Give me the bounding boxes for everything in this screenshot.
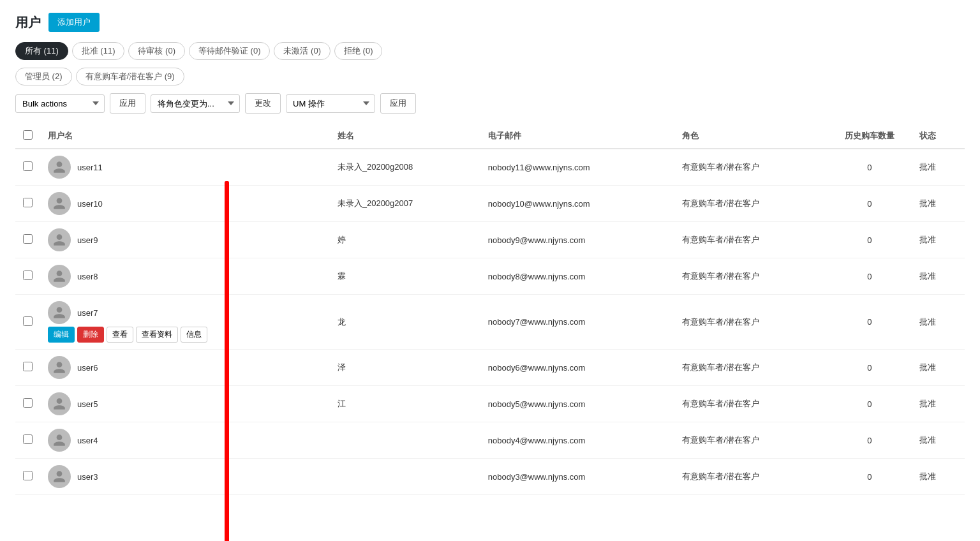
add-user-button[interactable]: 添加用户 — [48, 13, 100, 32]
username-label: user5 — [77, 399, 98, 409]
table-row: user6 泽nobody6@www.njyns.com有意购车者/潜在客户0批… — [15, 350, 965, 386]
filter-tab-rejected[interactable]: 拒绝 (0) — [334, 42, 383, 60]
row-checkbox[interactable] — [23, 270, 33, 280]
name-cell: 未录入_20200g2007 — [330, 186, 480, 222]
username-label: user10 — [77, 199, 103, 209]
username-label: user8 — [77, 272, 98, 281]
email-cell: nobody11@www.njyns.com — [480, 149, 675, 186]
users-table: 用户名 姓名 电子邮件 角色 历史购车数量 状态 user11 未录入_ — [15, 124, 965, 495]
status-cell: 批准 — [912, 422, 965, 459]
apply-button-2[interactable]: 应用 — [380, 93, 416, 114]
col-status: 状态 — [912, 124, 965, 149]
email-cell: nobody4@www.njyns.com — [480, 422, 675, 459]
delete-button[interactable]: 删除 — [77, 327, 104, 343]
page-header: 用户 添加用户 — [15, 13, 965, 32]
name-cell: 江 — [330, 386, 480, 422]
change-role-select[interactable]: 将角色变更为... — [151, 94, 240, 113]
role-cell: 有意购车者/潜在客户 — [674, 350, 827, 386]
name-cell — [330, 422, 480, 459]
count-cell: 0 — [828, 422, 912, 459]
um-operations-select[interactable]: UM 操作 — [286, 94, 375, 113]
table-row: user5 江nobody5@www.njyns.com有意购车者/潜在客户0批… — [15, 386, 965, 422]
name-cell — [330, 459, 480, 495]
email-cell: nobody8@www.njyns.com — [480, 258, 675, 295]
status-cell: 批准 — [912, 386, 965, 422]
status-cell: 批准 — [912, 149, 965, 186]
count-cell: 0 — [828, 386, 912, 422]
col-role: 角色 — [674, 124, 827, 149]
username-label: user9 — [77, 235, 98, 245]
role-cell: 有意购车者/潜在客户 — [674, 258, 827, 295]
view-button[interactable]: 查看 — [107, 327, 133, 343]
role-cell: 有意购车者/潜在客户 — [674, 422, 827, 459]
table-row: user8 霖nobody8@www.njyns.com有意购车者/潜在客户0批… — [15, 258, 965, 295]
count-cell: 0 — [828, 149, 912, 186]
filter-tab-potential[interactable]: 有意购车者/潜在客户 (9) — [76, 68, 184, 85]
table-row: user7 编辑 删除 查看 查看资料 信息 龙nobody7@www.njyn… — [15, 295, 965, 350]
name-cell: 婷 — [330, 222, 480, 258]
table-row: user4 nobody4@www.njyns.com有意购车者/潜在客户0批准 — [15, 422, 965, 459]
col-name: 姓名 — [330, 124, 480, 149]
username-label: user6 — [77, 363, 98, 373]
filter-tab-email-pending[interactable]: 等待邮件验证 (0) — [189, 42, 271, 60]
username-label: user11 — [77, 163, 103, 172]
red-bar-overlay — [225, 181, 229, 541]
avatar — [48, 356, 71, 379]
avatar — [48, 301, 71, 324]
bulk-actions-select[interactable]: Bulk actions — [15, 94, 105, 113]
count-cell: 0 — [828, 350, 912, 386]
table-row: user3 nobody3@www.njyns.com有意购车者/潜在客户0批准 — [15, 459, 965, 495]
table-container: 用户名 姓名 电子邮件 角色 历史购车数量 状态 user11 未录入_ — [15, 124, 965, 495]
status-cell: 批准 — [912, 350, 965, 386]
row-checkbox[interactable] — [23, 362, 33, 371]
avatar — [48, 192, 71, 215]
status-cell: 批准 — [912, 459, 965, 495]
name-cell: 泽 — [330, 350, 480, 386]
row-checkbox[interactable] — [23, 434, 33, 444]
view-profile-button[interactable]: 查看资料 — [136, 327, 178, 343]
apply-button-1[interactable]: 应用 — [110, 93, 145, 114]
table-row: user11 未录入_20200g2008nobody11@www.njyns.… — [15, 149, 965, 186]
email-cell: nobody7@www.njyns.com — [480, 295, 675, 350]
count-cell: 0 — [828, 222, 912, 258]
avatar — [48, 265, 71, 288]
row-checkbox[interactable] — [23, 398, 33, 408]
page-title: 用户 — [15, 14, 41, 31]
status-cell: 批准 — [912, 186, 965, 222]
filter-tabs: 所有 (11) 批准 (11) 待审核 (0) 等待邮件验证 (0) 未激活 (… — [15, 42, 965, 60]
filter-tab-pending[interactable]: 待审核 (0) — [128, 42, 185, 60]
email-cell: nobody10@www.njyns.com — [480, 186, 675, 222]
select-all-checkbox[interactable] — [23, 130, 33, 140]
email-cell: nobody6@www.njyns.com — [480, 350, 675, 386]
row-checkbox[interactable] — [23, 198, 33, 207]
row-checkbox[interactable] — [23, 234, 33, 244]
status-cell: 批准 — [912, 258, 965, 295]
role-cell: 有意购车者/潜在客户 — [674, 459, 827, 495]
username-label: user3 — [77, 472, 98, 482]
toolbar: Bulk actions 应用 将角色变更为... 更改 UM 操作 应用 — [15, 93, 965, 114]
username-label: user7 — [77, 308, 98, 318]
filter-tab-all[interactable]: 所有 (11) — [15, 42, 68, 60]
role-cell: 有意购车者/潜在客户 — [674, 222, 827, 258]
email-cell: nobody3@www.njyns.com — [480, 459, 675, 495]
table-wrap: 用户名 姓名 电子邮件 角色 历史购车数量 状态 user11 未录入_ — [15, 124, 965, 495]
avatar — [48, 429, 71, 452]
row-checkbox[interactable] — [23, 316, 33, 326]
role-cell: 有意购车者/潜在客户 — [674, 149, 827, 186]
filter-tab-approved[interactable]: 批准 (11) — [72, 42, 125, 60]
count-cell: 0 — [828, 186, 912, 222]
avatar — [48, 392, 71, 415]
filter-tab-inactive[interactable]: 未激活 (0) — [274, 42, 330, 60]
col-username: 用户名 — [40, 124, 330, 149]
col-email: 电子邮件 — [480, 124, 675, 149]
row-checkbox[interactable] — [23, 161, 33, 171]
row-checkbox[interactable] — [23, 471, 33, 480]
filter-tab-admin[interactable]: 管理员 (2) — [15, 68, 72, 85]
change-button[interactable]: 更改 — [245, 93, 281, 114]
count-cell: 0 — [828, 459, 912, 495]
count-cell: 0 — [828, 295, 912, 350]
email-cell: nobody9@www.njyns.com — [480, 222, 675, 258]
info-button[interactable]: 信息 — [181, 327, 207, 343]
edit-button[interactable]: 编辑 — [48, 327, 75, 343]
username-label: user4 — [77, 436, 98, 445]
